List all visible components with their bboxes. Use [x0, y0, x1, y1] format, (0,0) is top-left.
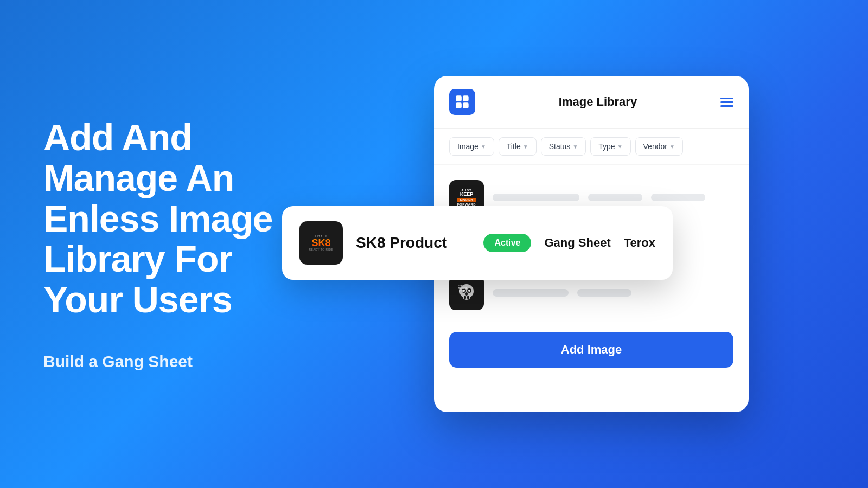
active-row-title: SK8 Product [356, 234, 470, 252]
filter-image-button[interactable]: Image ▼ [449, 137, 494, 156]
svg-text:STAY: STAY [458, 284, 464, 287]
status-badge: Active [483, 234, 531, 252]
svg-rect-6 [464, 296, 466, 299]
filter-title-button[interactable]: Title ▼ [499, 137, 537, 156]
filter-bar: Image ▼ Title ▼ Status ▼ Type ▼ Vendor ▼ [434, 129, 749, 165]
logo-icon [455, 94, 470, 110]
sk8-product-image: LITTLE SK8 READY TO RIDE [299, 221, 343, 265]
row-3-image: STAY WILD AND FREE [449, 275, 484, 310]
svg-text:WILD AND: WILD AND [458, 287, 468, 290]
left-section: Add And Manage An Enless Image Library F… [0, 85, 315, 403]
hamburger-menu-button[interactable] [720, 98, 733, 107]
hamburger-line-1 [720, 98, 733, 99]
filter-type-button[interactable]: Type ▼ [590, 137, 630, 156]
skeleton-status [588, 194, 642, 201]
svg-point-11 [468, 290, 470, 292]
filter-status-button[interactable]: Status ▼ [541, 137, 586, 156]
hamburger-line-3 [720, 105, 733, 107]
subtitle: Build a Gang Sheet [43, 352, 282, 371]
active-row-card[interactable]: LITTLE SK8 READY TO RIDE SK8 Product Act… [282, 206, 673, 280]
skeleton-title-3 [493, 289, 569, 297]
skull-icon: STAY WILD AND FREE [456, 282, 477, 304]
chevron-down-icon: ▼ [669, 144, 675, 150]
chevron-down-icon: ▼ [617, 144, 623, 150]
hamburger-line-2 [720, 101, 733, 103]
svg-point-12 [465, 292, 468, 296]
hero-title: Add And Manage An Enless Image Library F… [43, 117, 282, 320]
svg-text:FREE: FREE [459, 290, 465, 292]
svg-rect-1 [463, 95, 469, 101]
chevron-down-icon: ▼ [523, 144, 528, 150]
app-header: Image Library [434, 76, 749, 129]
chevron-down-icon: ▼ [481, 144, 486, 150]
svg-rect-7 [467, 296, 469, 299]
app-logo [449, 89, 475, 115]
skeleton-title [493, 194, 579, 201]
active-row-type: Gang Sheet [544, 236, 610, 250]
filter-vendor-button[interactable]: Vendor ▼ [635, 137, 683, 156]
active-row-vendor: Terox [624, 236, 655, 250]
right-section: Image Library Image ▼ Title ▼ Status ▼ [315, 54, 868, 434]
svg-rect-0 [456, 95, 462, 101]
chevron-down-icon: ▼ [572, 144, 578, 150]
skeleton-type [651, 194, 705, 201]
app-title: Image Library [559, 95, 637, 109]
add-image-button[interactable]: Add Image [449, 332, 733, 368]
svg-rect-2 [456, 102, 462, 108]
skeleton-status-3 [577, 289, 631, 297]
svg-rect-3 [463, 102, 469, 108]
